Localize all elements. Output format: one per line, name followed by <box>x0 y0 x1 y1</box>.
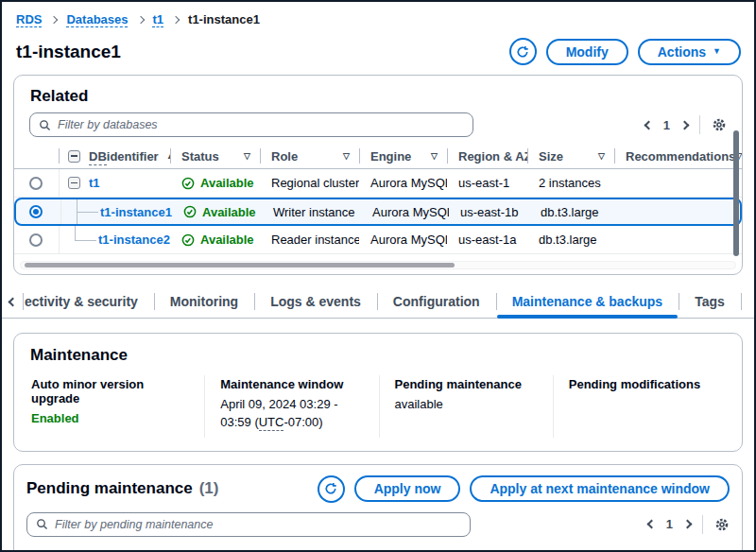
filter-icon[interactable]: ▽ <box>431 151 438 161</box>
actions-button[interactable]: Actions ▼ <box>638 39 741 65</box>
page-number[interactable]: 1 <box>664 517 675 531</box>
next-page-button[interactable] <box>683 520 693 529</box>
region-cell: us-east-1 <box>447 169 527 197</box>
column-header-region[interactable]: Region & AZ▽ <box>447 144 527 168</box>
tab-configuration[interactable]: Configuration <box>377 285 496 318</box>
db-instance-link[interactable]: t1-instance1 <box>100 205 172 219</box>
column-header-dbidentifier[interactable]: DBidentifier ▲ <box>59 144 170 168</box>
breadcrumb-databases[interactable]: Databases <box>66 12 128 26</box>
settings-gear-icon[interactable] <box>714 517 730 532</box>
previous-page-button[interactable] <box>646 520 656 529</box>
table-row-t1[interactable]: t1 Available Regional cluster Aurora MyS… <box>14 169 742 198</box>
column-header-type[interactable]: Type▽ <box>384 545 525 552</box>
chevron-right-icon <box>172 15 180 23</box>
related-filter-input[interactable] <box>58 118 464 131</box>
radio-button[interactable] <box>29 233 43 247</box>
modify-button[interactable]: Modify <box>546 39 628 65</box>
pending-table-header: Description▲ Type▽ Status▽ Apply date▽ <box>26 545 730 552</box>
page-number[interactable]: 1 <box>662 118 672 132</box>
column-header-apply-date[interactable]: Apply date▽ <box>620 545 730 552</box>
tab-maintenance-backups[interactable]: Maintenance & backups <box>496 285 679 318</box>
refresh-icon <box>324 482 337 495</box>
role-cell: Writer instance <box>262 199 361 224</box>
maintenance-panel: Maintenance Auto minor version upgrade E… <box>13 333 743 452</box>
page-header: t1-instance1 Modify Actions ▼ <box>2 26 754 65</box>
tab-connectivity-security[interactable]: ectivity & security <box>23 285 154 318</box>
status-available-icon <box>183 205 197 218</box>
size-cell: db.t3.large <box>529 199 616 224</box>
column-header-description[interactable]: Description▲ <box>60 545 384 552</box>
status-available-icon <box>181 233 195 247</box>
field-label: Pending maintenance <box>395 377 538 391</box>
breadcrumb-rds[interactable]: RDS <box>16 12 42 26</box>
field-value: available <box>395 396 538 414</box>
search-icon <box>36 518 48 530</box>
previous-page-button[interactable] <box>644 120 653 129</box>
related-heading: Related <box>30 87 727 106</box>
tab-recommendations[interactable]: Recommendat <box>741 285 756 318</box>
column-header-status[interactable]: Status▽ <box>170 144 260 168</box>
column-label: DBidentifier <box>89 149 159 164</box>
field-label: Auto minor version upgrade <box>31 377 189 405</box>
detail-tabs: ectivity & security Monitoring Logs & ev… <box>2 285 754 319</box>
search-icon <box>39 119 51 131</box>
column-header-size[interactable]: Size▽ <box>527 144 614 168</box>
divider <box>702 515 703 534</box>
pending-filter <box>26 512 471 537</box>
related-table-header: DBidentifier ▲ Status▽ Role▽ Engine▽ Reg… <box>14 144 742 169</box>
collapse-all-toggle[interactable] <box>68 150 80 163</box>
chevron-left-icon <box>8 297 17 306</box>
refresh-button[interactable] <box>509 38 537 65</box>
refresh-button[interactable] <box>318 475 345 503</box>
vertical-scrollbar[interactable] <box>733 130 739 256</box>
status-text: Available <box>200 233 254 247</box>
size-cell: db.t3.large <box>527 226 614 253</box>
field-value: Enabled <box>31 410 189 428</box>
role-cell: Regional cluster <box>260 169 359 197</box>
pending-pagination: 1 <box>648 515 730 534</box>
chevron-right-icon <box>50 15 58 23</box>
tab-logs-events[interactable]: Logs & events <box>254 285 377 318</box>
tree-connector <box>68 226 98 253</box>
column-header-status[interactable]: Status▽ <box>525 545 620 552</box>
column-header-role[interactable]: Role▽ <box>260 144 359 168</box>
column-header-recommendations[interactable]: Recommendations▽ <box>614 144 742 168</box>
pending-filter-input[interactable] <box>55 518 461 531</box>
region-cell: us-east-1a <box>447 226 527 253</box>
page-title: t1-instance1 <box>16 42 121 62</box>
filter-icon[interactable]: ▽ <box>598 151 605 161</box>
settings-gear-icon[interactable] <box>712 117 727 132</box>
tab-monitoring[interactable]: Monitoring <box>154 285 254 318</box>
horizontal-scrollbar[interactable] <box>25 263 455 267</box>
filter-icon[interactable]: ▽ <box>244 151 250 161</box>
column-header-engine[interactable]: Engine▽ <box>359 144 447 168</box>
collapse-row-toggle[interactable] <box>68 177 80 189</box>
related-filter <box>29 112 473 137</box>
radio-button-selected[interactable] <box>29 205 43 218</box>
field-maintenance-window: Maintenance window April 09, 2024 03:29 … <box>204 375 378 438</box>
engine-cell: Aurora MySQL <box>359 226 447 253</box>
table-row-t1-instance2[interactable]: t1-instance2 Available Reader instance A… <box>14 226 742 254</box>
field-label: Pending modifications <box>569 377 712 391</box>
engine-cell: Aurora MySQL <box>361 199 449 224</box>
apply-next-window-button[interactable]: Apply at next maintenance window <box>470 475 730 502</box>
apply-now-button[interactable]: Apply now <box>354 475 461 502</box>
tabs-scroll-left-button[interactable] <box>2 285 23 318</box>
related-pagination: 1 <box>645 115 727 134</box>
filter-icon[interactable]: ▽ <box>343 151 350 161</box>
caret-down-icon: ▼ <box>713 47 721 56</box>
db-instance-link[interactable]: t1-instance2 <box>98 233 170 247</box>
pending-maintenance-panel: Pending maintenance (1) Apply now Apply … <box>13 464 743 552</box>
horizontal-scrollbar-track <box>20 261 736 269</box>
status-available-icon <box>181 177 195 190</box>
tab-tags[interactable]: Tags <box>679 285 741 318</box>
select-column-header <box>14 144 59 168</box>
db-cluster-link[interactable]: t1 <box>89 176 100 190</box>
refresh-icon <box>516 45 529 59</box>
breadcrumb-t1[interactable]: t1 <box>153 12 164 26</box>
radio-button[interactable] <box>29 177 43 190</box>
next-page-button[interactable] <box>680 120 690 129</box>
maintenance-heading: Maintenance <box>30 346 727 365</box>
status-text: Available <box>202 205 256 219</box>
table-row-t1-instance1-selected[interactable]: t1-instance1 Available Writer instance A… <box>14 198 742 226</box>
